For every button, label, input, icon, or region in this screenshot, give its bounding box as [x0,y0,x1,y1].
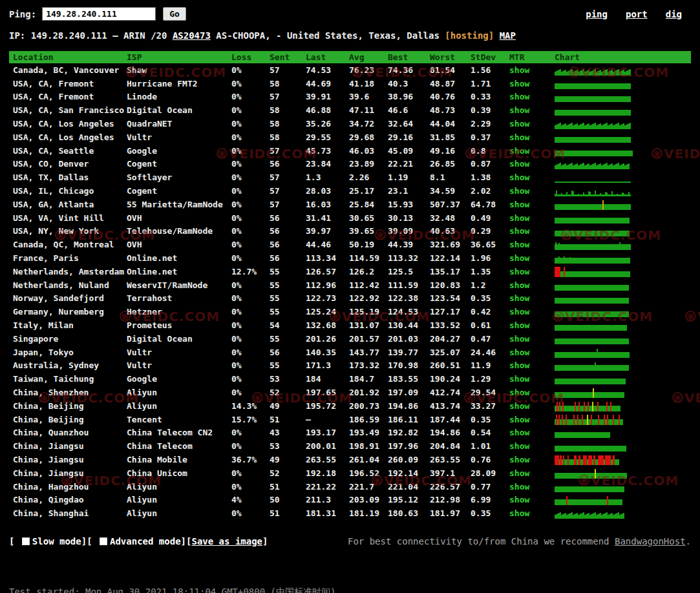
latency-sparkline [555,481,624,492]
mtr-show-link[interactable]: show [509,388,529,397]
ip-info-text: IP: 149.28.240.111 – ARIN /20 [9,30,173,41]
mtr-show-link[interactable]: show [509,374,529,384]
mtr-show-link[interactable]: show [509,267,529,276]
mtr-show-link[interactable]: show [509,320,529,330]
dig-tab-link[interactable]: dig [666,9,682,19]
bandwagonhost-link[interactable]: BandwagonHost [615,536,686,546]
mtr-show-link[interactable]: show [509,307,529,317]
avg-cell: 200.73 [349,401,388,411]
stdev-cell: 0.61 [471,320,509,330]
mtr-show-link[interactable]: show [509,508,529,518]
recommend-suffix: . [686,536,691,546]
mtr-cell: show [509,172,546,182]
stdev-cell: 0.49 [471,213,509,223]
avg-cell: 196.52 [349,468,388,478]
mtr-show-link[interactable]: show [509,280,529,290]
chart-cell [546,118,691,129]
best-cell: 22.21 [388,159,430,169]
mtr-show-link[interactable]: show [509,253,529,263]
sent-cell: 55 [270,293,306,303]
chart-cell [546,401,691,411]
last-cell: 45.73 [306,146,349,156]
mtr-show-link[interactable]: show [509,293,529,303]
slow-mode-checkbox[interactable] [22,537,30,545]
mtr-show-link[interactable]: show [509,119,529,129]
go-button[interactable]: Go [163,7,186,21]
advanced-mode-checkbox[interactable] [100,537,107,545]
table-row: China, BeijingAliyun14.3%49195.72200.731… [9,399,691,413]
table-row: Canada, QC, MontrealOVH0%5644.4650.1944.… [9,238,691,251]
sent-cell: 58 [270,132,306,142]
chart-cell [546,145,691,156]
last-cell: 29.55 [306,132,349,142]
stdev-cell: 11.9 [471,360,509,370]
port-tab-link[interactable]: port [626,9,648,19]
mtr-show-link[interactable]: show [509,226,529,236]
stdev-cell: 0.39 [471,105,509,115]
stdev-cell: 1.2 [471,280,509,290]
mtr-show-link[interactable]: show [509,200,529,209]
chart-cell [546,239,691,250]
table-row: France, ParisOnline.net0%56113.34114.591… [9,251,691,265]
mtr-show-link[interactable]: show [509,186,529,196]
table-row: China, JiangsuChina Mobile36.7%49263.552… [9,453,691,466]
mtr-show-link[interactable]: show [509,401,529,411]
stdev-cell: 1.29 [471,374,509,384]
mtr-show-link[interactable]: show [509,441,529,451]
map-link[interactable]: MAP [500,30,516,41]
mtr-show-link[interactable]: show [509,348,529,357]
mtr-show-link[interactable]: show [509,495,529,505]
sent-cell: 58 [270,79,306,88]
ping-input[interactable] [42,7,156,21]
location-cell: Norway, Sandefjord [13,293,127,303]
mtr-show-link[interactable]: show [509,428,529,437]
worst-cell: 181.97 [430,508,471,518]
chart-cell [546,158,691,169]
latency-sparkline [555,373,626,384]
mtr-cell: show [509,280,546,290]
mtr-show-link[interactable]: show [509,213,529,223]
mtr-show-link[interactable]: show [509,455,529,464]
table-row: Norway, SandefjordTerrahost0%55122.73122… [9,292,691,306]
sent-cell: 49 [270,455,306,464]
asn-link[interactable]: AS20473 [173,30,211,41]
isp-cell: Online.net [127,253,231,263]
mtr-show-link[interactable]: show [509,79,529,88]
loss-cell: 0% [231,334,270,344]
location-cell: USA, CO, Denver [13,159,127,169]
stdev-cell: 1.35 [471,267,509,276]
worst-cell: 412.74 [430,388,471,397]
mtr-show-link[interactable]: show [509,482,529,492]
mtr-cell: show [509,415,546,424]
mtr-show-link[interactable]: show [509,159,529,169]
save-as-image-link[interactable]: Save as image [191,536,262,546]
location-cell: France, Paris [13,253,127,263]
mtr-show-link[interactable]: show [509,360,529,370]
ping-tab-link[interactable]: ping [586,9,608,19]
avg-cell: 193.49 [349,428,388,437]
mtr-show-link[interactable]: show [509,240,529,249]
mtr-show-link[interactable]: show [509,468,529,478]
loss-cell: 0% [231,441,270,451]
sent-cell: 49 [270,401,306,411]
mtr-show-link[interactable]: show [509,334,529,344]
latency-sparkline [555,78,631,89]
latency-sparkline [555,306,629,317]
mtr-show-link[interactable]: show [509,415,529,424]
mtr-show-link[interactable]: show [509,132,529,142]
mtr-cell: show [509,240,546,249]
mtr-show-link[interactable]: show [509,146,529,156]
table-row: Germany, NurembergHetzner0%55125.24125.1… [9,305,691,318]
chart-cell [546,494,691,505]
sent-cell: 51 [270,415,306,424]
mtr-cell: show [509,374,546,384]
sent-cell: 57 [270,146,306,156]
chart-cell [546,454,691,465]
mtr-show-link[interactable]: show [509,105,529,115]
mtr-show-link[interactable]: show [509,172,529,182]
location-cell: Canada, QC, Montreal [13,240,127,249]
latency-sparkline [555,333,629,344]
mtr-show-link[interactable]: show [509,65,529,75]
latency-sparkline [555,320,627,331]
mtr-show-link[interactable]: show [509,92,529,101]
